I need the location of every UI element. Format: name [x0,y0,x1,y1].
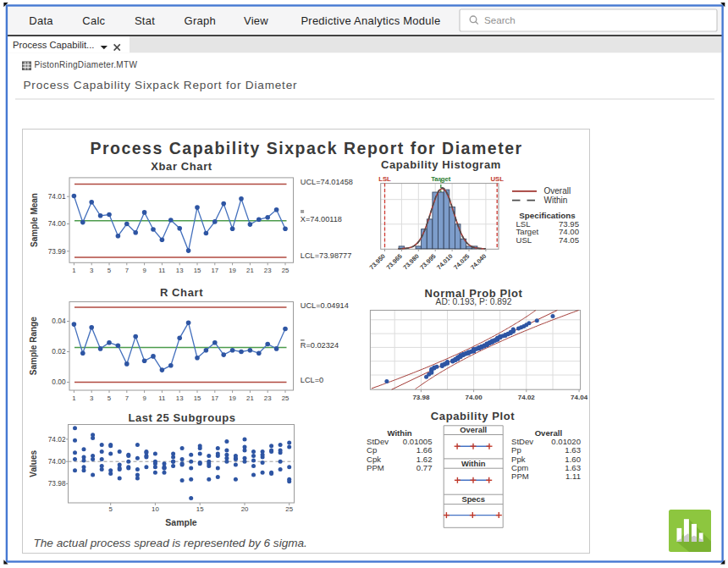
svg-text:Values: Values [30,450,39,477]
svg-text:AD: 0.193, P: 0.892: AD: 0.193, P: 0.892 [436,297,512,306]
svg-text:LSL: LSL [378,175,391,183]
svg-text:Specifications: Specifications [519,211,576,220]
svg-text:74.05: 74.05 [559,235,579,245]
svg-text:17: 17 [211,267,218,274]
svg-text:74.02: 74.02 [48,435,66,444]
svg-text:UCL=74.01458: UCL=74.01458 [301,178,353,186]
svg-text:Data: Data [29,14,53,27]
svg-text:PistonRingDiameter.MTW: PistonRingDiameter.MTW [35,60,138,69]
svg-text:Within: Within [544,196,568,205]
svg-text:Specs: Specs [461,494,485,504]
svg-text:Overall: Overall [460,425,487,434]
svg-text:UCL=0.04914: UCL=0.04914 [301,301,349,310]
svg-text:R=0.02324: R=0.02324 [301,341,339,350]
svg-text:Calc: Calc [82,14,105,27]
svg-text:0.02: 0.02 [52,347,66,356]
svg-text:Sample: Sample [165,517,197,527]
svg-text:5: 5 [108,267,112,274]
svg-text:25: 25 [282,394,290,402]
svg-text:LCL=0: LCL=0 [301,376,323,384]
svg-text:Predictive Analytics Module: Predictive Analytics Module [301,14,440,27]
svg-text:15: 15 [196,505,204,513]
svg-text:Process Capability Sixpack Rep: Process Capability Sixpack Report for Di… [24,79,298,91]
svg-text:17: 17 [211,394,218,402]
svg-text:19: 19 [229,394,236,402]
svg-text:Within: Within [387,428,411,438]
svg-text:13: 13 [176,394,184,402]
svg-text:View: View [244,14,268,27]
svg-text:74.04: 74.04 [571,394,588,401]
svg-text:3: 3 [90,394,93,402]
svg-text:11: 11 [158,394,165,402]
svg-text:25: 25 [285,505,293,513]
svg-text:0.04: 0.04 [52,317,66,325]
svg-text:7: 7 [125,267,129,274]
svg-text:Process Capabilit...: Process Capabilit... [13,40,94,50]
svg-text:Capability Histogram: Capability Histogram [381,158,501,171]
svg-text:1.11: 1.11 [565,471,581,481]
svg-text:0.00: 0.00 [52,378,66,386]
svg-text:11: 11 [158,267,165,274]
svg-text:74.00: 74.00 [466,394,483,401]
svg-text:73.99: 73.99 [48,247,66,256]
svg-text:74.00: 74.00 [48,457,66,466]
svg-text:15: 15 [194,394,201,402]
svg-text:USL: USL [516,235,532,245]
svg-text:7: 7 [125,394,129,402]
svg-text:Overall: Overall [535,428,563,438]
svg-text:23: 23 [264,394,272,402]
svg-text:73.98: 73.98 [48,479,66,488]
svg-text:74.01: 74.01 [48,192,66,201]
svg-text:3: 3 [90,267,93,274]
svg-text:25: 25 [282,267,290,274]
svg-text:X=74.00118: X=74.00118 [301,215,342,223]
svg-text:Overall: Overall [544,186,571,196]
svg-text:LCL=73.98777: LCL=73.98777 [301,251,352,260]
svg-text:The actual process spread is r: The actual process spread is represented… [34,537,307,549]
svg-text:74.00: 74.00 [48,219,66,228]
svg-text:Target: Target [431,175,451,183]
svg-text:PPM: PPM [367,463,384,472]
svg-text:19: 19 [229,267,236,274]
svg-text:Stat: Stat [135,14,155,27]
svg-text:15: 15 [194,267,201,274]
svg-text:1: 1 [72,394,75,402]
svg-text:PPM: PPM [511,471,529,481]
svg-text:Graph: Graph [185,14,216,27]
svg-text:21: 21 [246,267,254,274]
svg-text:Sample Range: Sample Range [30,317,39,375]
svg-text:23: 23 [264,267,272,274]
svg-text:Search: Search [484,14,516,25]
svg-text:Process Capability Sixpack Rep: Process Capability Sixpack Report for Di… [90,139,522,157]
svg-text:R Chart: R Chart [160,286,203,299]
svg-text:9: 9 [142,394,146,402]
svg-text:74.02: 74.02 [518,394,536,401]
svg-text:1: 1 [72,267,75,274]
svg-text:Within: Within [461,459,486,468]
svg-text:13: 13 [176,267,184,274]
svg-text:USL: USL [490,175,504,183]
svg-text:73.98: 73.98 [412,394,430,401]
svg-text:Sample Mean: Sample Mean [30,193,39,247]
svg-text:10: 10 [152,505,159,513]
svg-text:21: 21 [246,394,254,402]
svg-text:0.77: 0.77 [416,463,433,472]
svg-text:20: 20 [241,505,249,513]
svg-text:Xbar Chart: Xbar Chart [151,160,212,173]
svg-text:5: 5 [109,505,113,513]
svg-text:Capability Plot: Capability Plot [431,410,515,422]
svg-text:Last 25 Subgroups: Last 25 Subgroups [128,411,235,424]
svg-text:5: 5 [108,394,112,402]
svg-text:9: 9 [142,267,146,274]
